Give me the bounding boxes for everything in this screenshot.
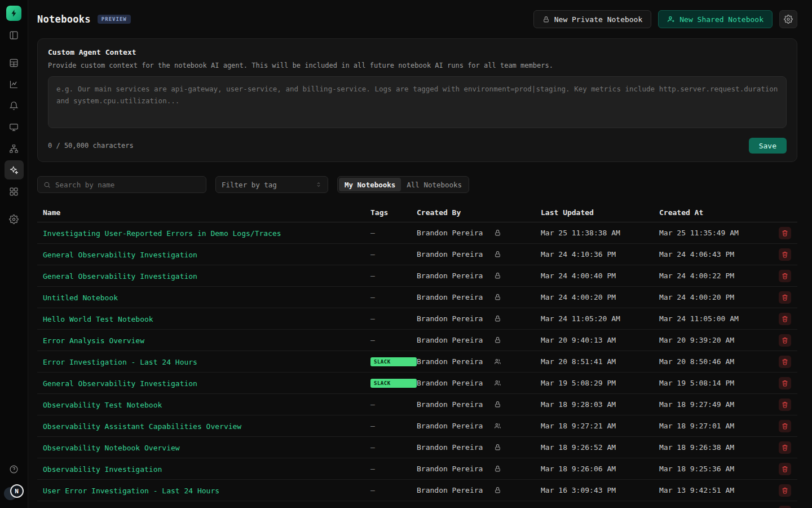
notebook-rows: Investigating User-Reported Errors in De… [37, 222, 797, 508]
created-at: Mar 24 11:05:00 AM [659, 314, 779, 323]
save-button[interactable]: Save [749, 138, 787, 154]
header-actions: New Private Notebook New Shared Notebook [533, 10, 797, 28]
help-icon[interactable] [5, 459, 24, 479]
created-by-cell: Brandon Pereira [417, 314, 541, 323]
delete-notebook-button[interactable] [779, 227, 791, 239]
monitors-icon[interactable] [5, 117, 24, 137]
my-notebooks-tab[interactable]: My Notebooks [339, 178, 401, 191]
agent-context-textarea[interactable] [48, 76, 787, 128]
notebook-name-link[interactable]: Error Analysis Overview [43, 336, 144, 345]
created-by-name: Brandon Pereira [417, 465, 483, 473]
created-by-cell: Brandon Pereira [417, 443, 541, 452]
custom-agent-context-card: Custom Agent Context Provide custom cont… [37, 38, 797, 162]
user-avatar[interactable]: N [4, 484, 24, 500]
notebook-name-link[interactable]: Observability Assistant Capabilities Ove… [43, 422, 241, 431]
trash-icon [782, 423, 788, 430]
context-card-description: Provide custom context for the notebook … [48, 62, 787, 69]
new-shared-notebook-button[interactable]: New Shared Notebook [658, 10, 773, 28]
shared-users-icon [494, 422, 501, 430]
context-card-title: Custom Agent Context [48, 48, 787, 56]
delete-notebook-button[interactable] [779, 441, 791, 454]
notebook-name-link[interactable]: Error Investigation - Last 24 Hours [43, 358, 197, 366]
notebook-name-link[interactable]: Untitled Notebook [43, 294, 118, 302]
dashboards-icon[interactable] [5, 25, 24, 45]
created-by-cell: Brandon Pereira [417, 293, 541, 301]
trash-icon [782, 358, 788, 365]
app-logo-icon[interactable] [6, 6, 21, 21]
lock-icon [542, 16, 550, 23]
created-by-name: Brandon Pereira [417, 293, 483, 301]
delete-notebook-button[interactable] [779, 291, 791, 304]
notebook-name-link[interactable]: General Observability Investigation [43, 251, 197, 259]
table-header-row: Name Tags Created By Last Updated Create… [37, 203, 797, 222]
sidebar: N [0, 0, 28, 508]
created-at: Mar 24 4:00:20 PM [659, 293, 779, 301]
ai-notebooks-icon[interactable] [5, 160, 24, 179]
notebook-name-link[interactable]: Observability Test Notebook [43, 401, 162, 409]
delete-notebook-button[interactable] [779, 270, 791, 282]
notebook-name-link[interactable]: Hello World Test Notebook [43, 315, 153, 323]
notebook-tag: — [370, 486, 375, 494]
notebook-name-link[interactable]: General Observability Investigation [43, 379, 197, 388]
created-by-name: Brandon Pereira [417, 336, 483, 344]
created-at: Mar 18 9:27:49 AM [659, 400, 779, 409]
new-private-notebook-button[interactable]: New Private Notebook [533, 10, 652, 28]
alerts-icon[interactable] [5, 96, 24, 115]
charts-icon[interactable] [5, 75, 24, 94]
last-updated: Mar 24 4:00:20 PM [541, 293, 659, 301]
notebook-name-link[interactable]: Observability Investigation [43, 465, 162, 474]
datasets-icon[interactable] [5, 53, 24, 72]
context-card-footer: 0 / 50,000 characters Save [48, 138, 787, 154]
last-updated: Mar 18 9:26:52 AM [541, 443, 659, 452]
table-row [37, 501, 797, 508]
delete-notebook-button[interactable] [779, 377, 791, 389]
tag-filter-select[interactable]: Filter by tag [215, 176, 328, 193]
notebook-tag: — [370, 443, 375, 452]
last-updated: Mar 18 9:26:06 AM [541, 465, 659, 473]
delete-notebook-button[interactable] [779, 506, 791, 508]
lock-icon [494, 272, 501, 279]
last-updated: Mar 25 11:38:38 AM [541, 229, 659, 237]
delete-notebook-button[interactable] [779, 248, 791, 261]
table-row: Investigating User-Reported Errors in De… [37, 222, 797, 244]
notebook-name-cell: Observability Investigation [43, 463, 370, 474]
page-header: Notebooks PREVIEW New Private Notebook N… [37, 10, 797, 28]
notebook-tag: — [370, 336, 375, 344]
delete-notebook-button[interactable] [779, 420, 791, 432]
search-input[interactable] [55, 181, 200, 189]
lock-icon [494, 465, 501, 472]
created-by-cell: Brandon Pereira [417, 271, 541, 280]
created-by-name: Brandon Pereira [417, 422, 483, 430]
notebook-name-link[interactable]: General Observability Investigation [43, 272, 197, 281]
delete-notebook-button[interactable] [779, 334, 791, 347]
delete-notebook-button[interactable] [779, 398, 791, 411]
table-row: Error Analysis Overview — Brandon Pereir… [37, 330, 797, 351]
created-at: Mar 19 5:08:14 PM [659, 379, 779, 387]
avatar-initial[interactable]: N [10, 484, 24, 498]
lock-icon [494, 487, 501, 494]
notebook-name-link[interactable]: Observability Notebook Overview [43, 444, 180, 452]
table-row: Observability Investigation — Brandon Pe… [37, 458, 797, 480]
created-by-name: Brandon Pereira [417, 357, 483, 366]
notebook-tag: — [370, 271, 375, 280]
created-by-name: Brandon Pereira [417, 229, 483, 237]
delete-notebook-button[interactable] [779, 356, 791, 368]
lock-icon [494, 229, 501, 237]
notebook-name-link[interactable]: User Error Investigation - Last 24 Hours [43, 487, 219, 495]
delete-notebook-button[interactable] [779, 313, 791, 325]
notebook-settings-button[interactable] [779, 10, 797, 28]
last-updated: Mar 24 4:00:40 PM [541, 271, 659, 280]
notebook-name-link[interactable]: Investigating User-Reported Errors in De… [43, 229, 281, 238]
created-by-cell: Brandon Pereira [417, 229, 541, 237]
delete-notebook-button[interactable] [779, 463, 791, 475]
settings-icon[interactable] [5, 209, 24, 229]
created-at: Mar 24 4:06:43 PM [659, 250, 779, 259]
search-icon [43, 181, 51, 189]
filter-row: Filter by tag My Notebooks All Notebooks [37, 176, 797, 193]
notebook-name-cell: Untitled Notebook [43, 292, 370, 303]
flows-icon[interactable] [5, 139, 24, 158]
all-notebooks-tab[interactable]: All Notebooks [401, 178, 467, 191]
created-by-cell: Brandon Pereira [417, 336, 541, 344]
apps-icon[interactable] [5, 182, 24, 201]
delete-notebook-button[interactable] [779, 484, 791, 497]
